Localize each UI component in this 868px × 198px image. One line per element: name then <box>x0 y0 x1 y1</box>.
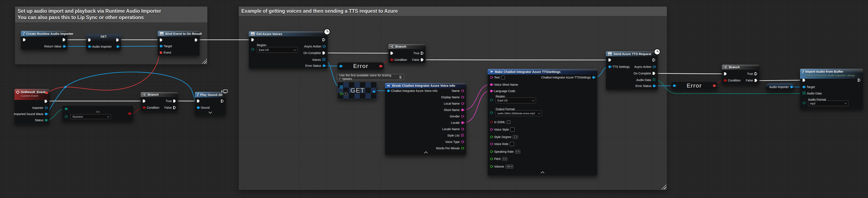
voices-array-pin[interactable] <box>322 58 323 59</box>
voice-role-input[interactable] <box>510 142 514 146</box>
node-create-runtime-audio-importer[interactable]: ƒCreate Runtime Audio Importer Return Va… <box>21 31 67 50</box>
pitch-input[interactable]: 0.0 <box>502 157 507 161</box>
true-exec-pin[interactable] <box>173 100 176 103</box>
bubble-pin-icon[interactable] <box>399 76 402 79</box>
speaking-rate-input[interactable]: 0.0 <box>515 150 520 153</box>
exec-in-pin[interactable] <box>391 52 393 55</box>
voice-short-name-pin[interactable] <box>490 83 493 86</box>
async-action-pin[interactable] <box>653 65 655 68</box>
on-complete-exec-pin[interactable] <box>653 72 655 75</box>
return-value-pin[interactable] <box>63 45 65 48</box>
index-pin[interactable] <box>340 92 342 95</box>
exec-in-pin[interactable] <box>724 72 727 75</box>
voice-role-pin[interactable] <box>490 143 493 145</box>
exec-in-pin[interactable] <box>197 100 200 103</box>
exec-out-pin[interactable] <box>116 38 119 41</box>
node-onresult-custom-event[interactable]: OnResult_EventCustom Event Importer Impo… <box>14 89 50 124</box>
importer-pin[interactable] <box>45 107 48 109</box>
style-degree-input[interactable]: 1.0 <box>513 135 518 139</box>
collapse-chevron[interactable] <box>541 171 545 175</box>
region-pin[interactable] <box>490 99 493 101</box>
voice-style-input[interactable] <box>510 128 515 132</box>
language-code-pin[interactable] <box>490 90 493 92</box>
status-pin[interactable] <box>45 119 48 121</box>
locale-name-pin[interactable] <box>461 128 464 130</box>
struct-in-pin[interactable] <box>387 89 390 92</box>
short-name-pin[interactable] <box>461 109 464 111</box>
error-status-pin[interactable] <box>323 64 325 67</box>
blueprint-graph-canvas[interactable]: Set up audio import and playback via Run… <box>0 0 868 198</box>
condition-pin[interactable] <box>143 106 145 109</box>
audio-format-dropdown[interactable]: mp3 <box>808 101 848 106</box>
async-action-pin[interactable] <box>323 45 325 48</box>
error-status-in-pin[interactable] <box>673 84 676 87</box>
target-pin[interactable] <box>803 86 805 88</box>
audio-data-array-pin[interactable] <box>653 78 653 79</box>
region-dropdown[interactable]: East US <box>496 97 536 103</box>
gender-pin[interactable] <box>461 115 464 118</box>
style-degree-pin[interactable] <box>490 136 493 138</box>
style-list-array-pin[interactable] <box>461 134 462 135</box>
array-in-pin[interactable] <box>340 85 341 86</box>
sound-pin[interactable] <box>197 106 199 109</box>
index-input[interactable]: 0 <box>344 92 347 96</box>
exec-in-pin[interactable] <box>23 38 26 41</box>
node-branch-2[interactable]: Branch True Condition False <box>388 44 426 63</box>
voice-style-pin[interactable] <box>490 128 493 131</box>
bool-out-pin[interactable] <box>713 84 715 87</box>
exec-out-pin[interactable] <box>858 79 861 82</box>
region-dropdown[interactable]: East US <box>257 47 298 53</box>
on-complete-exec-pin[interactable] <box>322 52 325 54</box>
pitch-pin[interactable] <box>490 158 493 160</box>
text-pin[interactable] <box>490 76 493 79</box>
exec-in-pin[interactable] <box>88 38 91 41</box>
exec-in-pin[interactable] <box>160 38 162 41</box>
node-equal-enum[interactable]: == Success <box>62 106 133 121</box>
node-make-tts-settings[interactable]: Make Chatbot Integrator Azure TTSSetting… <box>488 69 597 176</box>
output-format-dropdown[interactable]: audio-16khz-32kbitrate-mono-mp3 <box>496 110 542 116</box>
node-audio-importer-variable[interactable]: Audio Importer <box>766 83 795 91</box>
is-ssml-pin[interactable] <box>490 121 493 123</box>
audio-importer-out-pin[interactable] <box>116 45 119 48</box>
node-array-get[interactable]: GET 0 <box>338 82 377 99</box>
exec-in-pin[interactable] <box>143 100 146 103</box>
exec-out-pin[interactable] <box>322 38 325 41</box>
speaking-rate-pin[interactable] <box>490 150 493 153</box>
audio-format-pin[interactable] <box>803 102 805 104</box>
collapse-chevron[interactable] <box>424 151 428 155</box>
imported-sound-wave-pin[interactable] <box>45 113 48 115</box>
locale-pin[interactable] <box>461 121 464 124</box>
equal-input-a-pin[interactable] <box>65 108 67 110</box>
bool-out-pin[interactable] <box>379 65 382 67</box>
variable-out-pin[interactable] <box>790 86 793 88</box>
exec-out-pin[interactable] <box>44 100 48 103</box>
node-send-azure-tts-request[interactable]: Send Azure TTS Request TTS Settings Asyn… <box>606 51 658 90</box>
element-out-pin[interactable] <box>373 90 375 93</box>
node-branch-3[interactable]: Branch True Condition False <box>722 65 760 84</box>
false-exec-pin[interactable] <box>173 106 176 109</box>
audio-data-array-pin[interactable] <box>803 92 803 92</box>
node-set-audio-importer[interactable]: SET Audio Importer <box>86 34 121 50</box>
region-pin[interactable] <box>251 48 254 51</box>
node-play-sound-2d[interactable]: ƒPlay Sound 2D Sound <box>195 92 226 115</box>
exec-out-pin[interactable] <box>221 100 224 103</box>
words-per-minute-pin[interactable] <box>461 147 464 149</box>
output-format-pin[interactable] <box>490 111 493 114</box>
node-error-2[interactable]: Error <box>671 82 718 89</box>
delegate-out-pin[interactable] <box>45 92 48 94</box>
condition-pin[interactable] <box>724 79 726 82</box>
event-delegate-pin[interactable] <box>160 52 162 54</box>
reroute-node[interactable] <box>64 86 66 88</box>
true-exec-pin[interactable] <box>421 52 424 55</box>
name-pin[interactable] <box>461 89 464 92</box>
volume-input[interactable]: 100.0 <box>505 165 514 168</box>
exec-in-pin[interactable] <box>609 58 611 61</box>
true-exec-pin[interactable] <box>754 72 757 75</box>
display-name-pin[interactable] <box>461 96 464 98</box>
node-error-1[interactable]: Error <box>337 62 384 70</box>
exec-out-pin[interactable] <box>653 58 655 61</box>
exec-out-pin[interactable] <box>195 38 197 41</box>
voice-type-pin[interactable] <box>461 141 464 143</box>
volume-pin[interactable] <box>490 165 493 168</box>
tts-settings-pin[interactable] <box>609 65 611 68</box>
